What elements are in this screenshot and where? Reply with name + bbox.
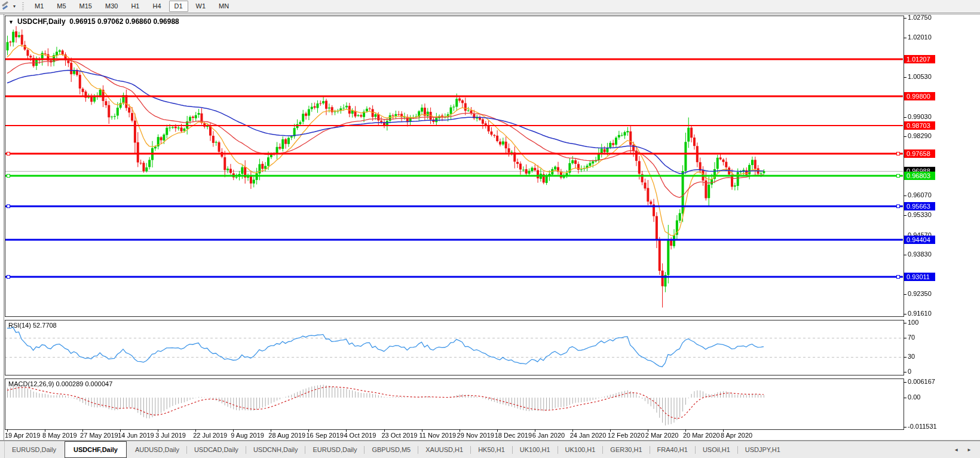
price-tick-label: 0.98290	[908, 132, 932, 139]
trading-terminal: { "icons": { "collapse": "▼", "dropdown"…	[0, 0, 980, 458]
date-axis-label: 2 Mar 2020	[645, 432, 679, 439]
date-axis-label: 11 Nov 2019	[419, 432, 457, 439]
price-tick-label: 0.91610	[908, 310, 932, 317]
date-axis-label: 9 Aug 2019	[231, 432, 264, 439]
timeframe-button-m15[interactable]: M15	[74, 1, 97, 12]
date-axis-label: 27 May 2019	[80, 432, 118, 439]
date-axis-label: 22 Jul 2019	[193, 432, 227, 439]
tabbar-lead-divider	[0, 441, 5, 458]
price-tick-label: 0.96070	[908, 191, 932, 199]
timeframe-button-w1[interactable]: W1	[191, 1, 212, 12]
date-axis-label: 16 Sep 2019	[306, 432, 343, 439]
macd-values: 0.000289 0.000047	[56, 380, 112, 387]
rsi-indicator-label: RSI(14) 52.7708	[8, 322, 57, 329]
rsi-tick-label: 70	[908, 334, 915, 341]
hline-price-label: 0.93011	[904, 273, 935, 281]
date-axis-label: 19 Apr 2019	[5, 432, 40, 439]
price-tick-label: 0.92350	[908, 290, 932, 297]
chart-title: ▼USDCHF,Daily 0.96915 0.97062 0.96860 0.…	[8, 17, 179, 26]
price-tick-label: 0.93830	[908, 251, 932, 258]
price-tick-label: 1.02750	[908, 14, 932, 21]
chart-symbol: USDCHF,Daily	[17, 17, 66, 26]
hline-price-label: 0.96803	[904, 172, 935, 180]
date-axis-label: 23 Oct 2019	[382, 432, 418, 439]
timeframe-button-h4[interactable]: H4	[147, 1, 166, 12]
chevron-down-icon[interactable]: ▾	[13, 4, 16, 9]
tab-usdcnh-daily[interactable]: USDCNH,Daily	[246, 441, 305, 458]
tab-scroll-left-icon[interactable]: ◄	[954, 447, 958, 453]
hline-price-label: 0.99800	[904, 92, 935, 100]
timeframe-button-m5[interactable]: M5	[51, 1, 71, 12]
date-axis-label: 8 May 2019	[42, 432, 76, 439]
tab-scroll-arrows: ◄ ►	[954, 441, 980, 458]
hline-price-label: 0.97658	[904, 149, 935, 158]
price-tick-label: 0.99030	[908, 113, 932, 120]
tab-eurusd-daily[interactable]: EURUSD,Daily	[305, 441, 364, 458]
price-tick-label: 1.00530	[908, 73, 932, 80]
tab-usdcad-daily[interactable]: USDCAD,Daily	[187, 441, 246, 458]
hline-price-label: 0.94404	[904, 236, 935, 244]
macd-tick-label: -0.011531	[908, 423, 937, 430]
date-axis-label: 28 Aug 2019	[268, 432, 305, 439]
timeframe-toolbar: ▾ M1M5M15M30H1H4D1W1MN	[0, 0, 980, 13]
timeframe-buttons: M1M5M15M30H1H4D1W1MN	[28, 1, 235, 12]
tab-scroll-right-icon[interactable]: ►	[967, 447, 972, 453]
rsi-name: RSI(14)	[8, 322, 31, 329]
rsi-tick-label: 30	[908, 353, 915, 360]
tab-usdchf-daily[interactable]: USDCHF,Daily	[65, 441, 127, 458]
date-axis-label: 29 Nov 2019	[457, 432, 494, 439]
timeframe-button-h1[interactable]: H1	[125, 1, 145, 12]
chart-tab-bar: EURUSD,DailyUSDCHF,DailyAUDUSD,DailyUSDC…	[0, 441, 980, 458]
rsi-tick-label: 100	[908, 319, 918, 326]
hline-price-label: 0.95663	[904, 202, 935, 210]
tab-ger30-h1[interactable]: GER30,H1	[603, 441, 649, 458]
macd-name: MACD(12,26,9)	[8, 380, 54, 387]
rsi-value: 52.7708	[33, 322, 57, 329]
tab-uk100-h1[interactable]: UK100,H1	[513, 441, 558, 458]
date-axis-label: 18 Dec 2019	[495, 432, 532, 439]
date-axis-label: 24 Jan 2020	[570, 432, 607, 439]
tab-eurusd-daily[interactable]: EURUSD,Daily	[5, 441, 63, 458]
date-axis-label: 20 Mar 2020	[683, 432, 720, 439]
tab-audusd-daily[interactable]: AUDUSD,Daily	[128, 441, 186, 458]
tab-gbpusd-m5[interactable]: GBPUSD,M5	[365, 441, 418, 458]
price-tick-label: 1.02010	[908, 33, 932, 41]
date-axis-label: 4 Oct 2019	[344, 432, 376, 439]
chart-canvas[interactable]	[0, 0, 980, 458]
date-axis-label: 8 Apr 2020	[721, 432, 752, 439]
drawing-tool-icon[interactable]	[1, 2, 12, 11]
macd-tick-label: 0.006167	[908, 378, 935, 385]
tab-usoil-h1[interactable]: USOil,H1	[696, 441, 737, 458]
hline-price-label: 0.98703	[904, 121, 935, 130]
toolbar-grip	[22, 2, 24, 11]
timeframe-button-d1[interactable]: D1	[169, 1, 188, 12]
timeframe-button-mn[interactable]: MN	[213, 1, 234, 12]
tab-xauusd-h1[interactable]: XAUUSD,H1	[418, 441, 470, 458]
chart-ohlc-values: 0.96915 0.97062 0.96860 0.96988	[69, 17, 179, 26]
tab-hk50-h1[interactable]: HK50,H1	[471, 441, 512, 458]
timeframe-button-m1[interactable]: M1	[29, 1, 49, 12]
tab-fra40-h1[interactable]: FRA40,H1	[650, 441, 695, 458]
date-axis-label: 3 Jul 2019	[155, 432, 186, 439]
date-axis-label: 14 Jun 2019	[118, 432, 154, 439]
hline-price-label: 1.01207	[904, 55, 935, 63]
macd-tick-label: 0.00	[908, 393, 920, 401]
rsi-tick-label: 0	[908, 368, 911, 375]
collapse-chart-icon[interactable]: ▼	[8, 19, 14, 25]
price-tick-label: 0.95330	[908, 211, 932, 218]
macd-indicator-label: MACD(12,26,9) 0.000289 0.000047	[8, 380, 112, 387]
tabs: EURUSD,DailyUSDCHF,DailyAUDUSD,DailyUSDC…	[5, 441, 788, 458]
timeframe-button-m30[interactable]: M30	[100, 1, 123, 12]
tab-uk100-h1[interactable]: UK100,H1	[558, 441, 603, 458]
date-axis-label: 6 Jan 2020	[532, 432, 565, 439]
date-axis-label: 12 Feb 2020	[608, 432, 645, 439]
tab-usdjpy-h1[interactable]: USDJPY,H1	[738, 441, 788, 458]
